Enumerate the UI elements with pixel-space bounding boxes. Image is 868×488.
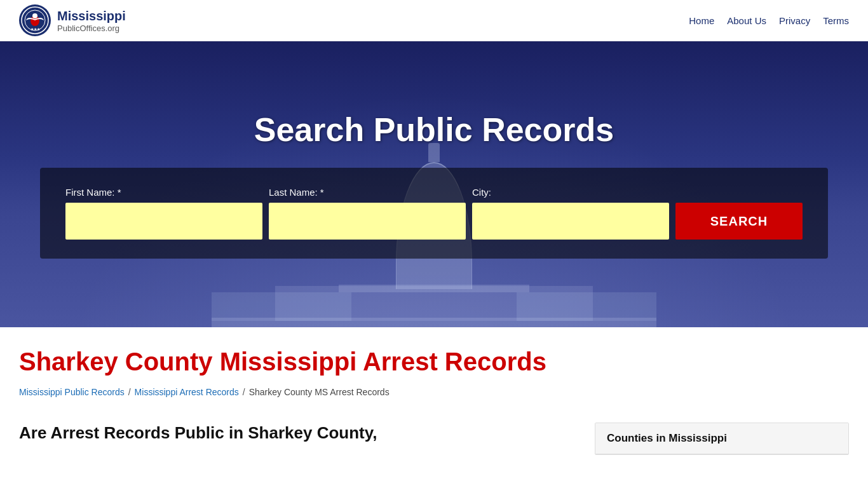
search-button[interactable]: SEARCH [675,203,803,240]
nav-about[interactable]: About Us [727,15,766,26]
capitol-wing-right [517,292,656,321]
hero-content: Search Public Records First Name: * Last… [0,111,868,259]
nav-home[interactable]: Home [689,15,714,26]
sidebar: Counties in Mississippi [595,423,849,455]
breadcrumb: Mississippi Public Records / Mississippi… [19,387,849,397]
article-area: Are Arrest Records Public in Sharkey Cou… [19,423,595,455]
logo-text: Mississippi PublicOffices.org [57,8,126,33]
first-name-input[interactable] [65,203,262,240]
breadcrumb-link-2[interactable]: Mississippi Arrest Records [135,387,239,397]
article-subtitle: Are Arrest Records Public in Sharkey Cou… [19,423,576,444]
hero-section: Search Public Records First Name: * Last… [0,41,868,327]
svg-text:★★★: ★★★ [31,27,40,31]
page-title: Sharkey County Mississippi Arrest Record… [19,346,849,377]
capitol-wing-left [212,292,351,321]
sidebar-box: Counties in Mississippi [595,423,849,455]
city-input[interactable] [472,203,669,240]
sidebar-header: Counties in Mississippi [595,423,848,454]
nav-privacy[interactable]: Privacy [779,15,810,26]
search-form-box: First Name: * Last Name: * City: SEARCH [40,168,828,259]
first-name-label: First Name: * [65,187,262,198]
logo-area[interactable]: ★★★ Mississippi PublicOffices.org [19,4,126,36]
logo-icon: ★★★ [19,4,51,36]
last-name-group: Last Name: * [269,187,466,240]
logo-title: Mississippi [57,8,126,24]
breadcrumb-sep-1: / [128,387,131,397]
breadcrumb-current: Sharkey County MS Arrest Records [249,387,390,397]
svg-point-3 [32,13,37,18]
nav-terms[interactable]: Terms [823,15,849,26]
site-header: ★★★ Mississippi PublicOffices.org Home A… [0,0,868,41]
capitol-base [212,318,656,327]
city-group: City: [472,187,669,240]
last-name-input[interactable] [269,203,466,240]
bottom-section: Are Arrest Records Public in Sharkey Cou… [0,423,868,455]
main-content: Sharkey County Mississippi Arrest Record… [0,327,868,423]
first-name-group: First Name: * [65,187,262,240]
breadcrumb-link-1[interactable]: Mississippi Public Records [19,387,125,397]
logo-subtitle: PublicOffices.org [57,24,126,33]
last-name-label: Last Name: * [269,187,466,198]
hero-title: Search Public Records [254,111,614,149]
breadcrumb-sep-2: / [243,387,245,397]
main-nav: Home About Us Privacy Terms [689,15,849,26]
city-label: City: [472,187,669,198]
search-fields: First Name: * Last Name: * City: SEARCH [65,187,803,240]
